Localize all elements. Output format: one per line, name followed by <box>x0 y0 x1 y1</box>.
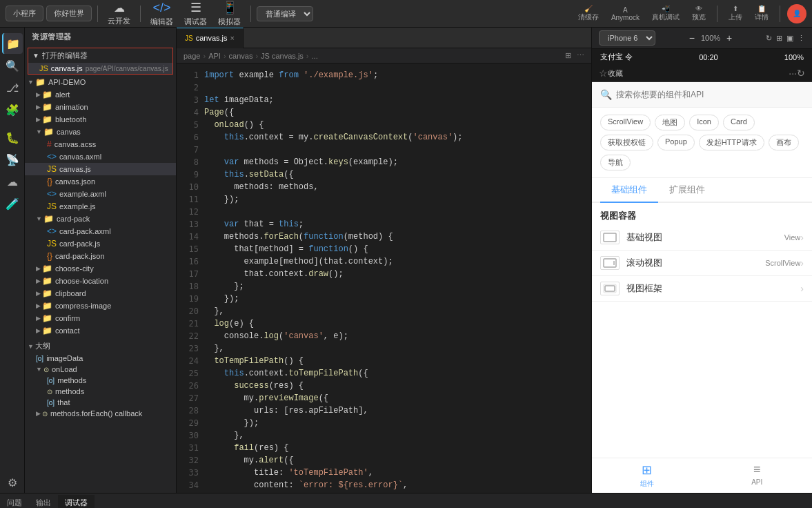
comp-tag-canvas[interactable]: 画布 <box>769 135 799 150</box>
real-test-btn[interactable]: 📲 真机调试 <box>648 3 684 23</box>
open-editors-header[interactable]: ▼ 打开的编辑器 <box>28 48 172 63</box>
zoom-out-btn[interactable]: − <box>687 32 697 43</box>
tree-item-animation[interactable]: ▶ 📁 animation <box>25 101 176 113</box>
tree-item-contact[interactable]: ▶ 📁 contact <box>25 324 176 337</box>
simulator-more-btn[interactable]: ⋮ <box>798 34 805 43</box>
output-tab[interactable]: 输出 <box>29 495 58 509</box>
comp-item-swiper[interactable]: 视图框架 › <box>592 276 812 302</box>
sidebar-icon-extensions[interactable]: 🧩 <box>2 99 23 120</box>
comp-item-view[interactable]: 基础视图 View › <box>592 225 812 251</box>
user-btn[interactable]: 你好世界 <box>46 6 92 21</box>
axml-icon: <> <box>47 152 57 162</box>
editor-tab-canvas-js[interactable]: JS canvas.js × <box>177 28 244 48</box>
grid-view-btn[interactable]: ⊞ <box>776 34 782 43</box>
comp-tag-icon[interactable]: Icon <box>689 115 719 130</box>
comp-tag-popup[interactable]: Popup <box>657 135 695 150</box>
tree-item-canvas-json[interactable]: {} canvas.json <box>25 175 176 188</box>
debugger-mode-btn[interactable]: ☰ 调试器 <box>180 0 211 30</box>
detail-btn[interactable]: 📋 详情 <box>751 3 773 23</box>
outline-that[interactable]: [o] that <box>25 397 176 408</box>
comp-tag-map[interactable]: 地图 <box>655 115 685 130</box>
tree-item-alert[interactable]: ▶ 📁 alert <box>25 88 176 101</box>
avatar[interactable]: 👤 <box>787 4 806 23</box>
zoom-in-btn[interactable]: + <box>724 32 734 43</box>
outline-header[interactable]: ▼ 大纲 <box>25 340 176 353</box>
device-frame-btn[interactable]: ▣ <box>786 34 793 43</box>
debugger-tab[interactable]: 调试器 <box>58 495 95 509</box>
comp-tag-scrollview[interactable]: ScrollView <box>600 115 651 130</box>
phone-menu-icon[interactable]: ··· <box>789 68 797 79</box>
outline-methods-foreach[interactable]: ▶ ⊙ methods.forEach() callback <box>25 408 176 419</box>
tree-arrow: ▶ <box>36 265 41 272</box>
outline-methods-var[interactable]: [o] methods <box>25 375 176 386</box>
sidebar-icon-cloud[interactable]: ☁ <box>2 171 23 192</box>
tree-item-card-pack-js[interactable]: JS card-pack.js <box>25 237 176 250</box>
clean-cache-btn[interactable]: 🧹 清缓存 <box>574 3 603 23</box>
sidebar-icon-debug[interactable]: 🐛 <box>2 127 23 148</box>
tree-label: clipboard <box>55 289 86 297</box>
sidebar-icon-test[interactable]: 🧪 <box>2 193 23 214</box>
sidebar-icon-settings[interactable]: ⚙ <box>2 472 23 493</box>
comp-tab-basic[interactable]: 基础组件 <box>600 178 658 203</box>
api-demo-root[interactable]: ▼ 📁 API-DEMO <box>25 76 176 88</box>
tab-close-btn[interactable]: × <box>230 34 235 42</box>
comp-tag-auth[interactable]: 获取授权链 <box>600 135 653 150</box>
sidebar-icon-api[interactable]: 📡 <box>2 149 23 170</box>
cloud-dev-btn[interactable]: ☁ 云开发 <box>103 0 135 29</box>
tree-item-compress-image[interactable]: ▶ 📁 compress-image <box>25 300 176 312</box>
bookmark-icon[interactable]: ☆ <box>599 68 608 79</box>
folder-icon: 📁 <box>42 289 52 298</box>
tree-item-canvas-acss[interactable]: # canvas.acss <box>25 138 176 150</box>
tree-item-canvas[interactable]: ▼ 📁 canvas <box>25 126 176 138</box>
json-icon: {} <box>47 251 52 261</box>
comp-tab-extended[interactable]: 扩展组件 <box>658 178 716 203</box>
tree-item-confirm[interactable]: ▶ 📁 confirm <box>25 312 176 324</box>
tree-item-example-js[interactable]: JS example.js <box>25 200 176 213</box>
tree-item-canvas-axml[interactable]: <> canvas.axml <box>25 150 176 163</box>
outline-onLoad[interactable]: ▼ ⊙ onLoad <box>25 364 176 375</box>
tree-item-choose-city[interactable]: ▶ 📁 choose-city <box>25 262 176 275</box>
refresh-simulator-btn[interactable]: ↻ <box>766 34 772 43</box>
code-area[interactable]: import example from './example.js'; let … <box>204 63 591 493</box>
tree-item-canvas-js[interactable]: JS canvas.js <box>25 163 176 175</box>
comp-tag-card[interactable]: Card <box>723 115 755 130</box>
outline-imageData[interactable]: [o] imageData <box>25 353 176 364</box>
comp-item-scrollview[interactable]: 滚动视图 ScrollView › <box>592 251 812 276</box>
preview-btn[interactable]: 👁 预览 <box>688 3 710 23</box>
tree-arrow: ▶ <box>36 315 41 322</box>
comp-search-input[interactable] <box>616 90 804 99</box>
device-select[interactable]: iPhone 6 <box>599 30 655 46</box>
sidebar-icon-search[interactable]: 🔍 <box>2 55 23 76</box>
tree-item-example-axml[interactable]: <> example.axml <box>25 188 176 200</box>
phone-refresh-icon[interactable]: ↻ <box>797 68 805 79</box>
comp-search-bar: 🔍 <box>592 82 812 108</box>
compile-mode-select[interactable]: 普通编译 <box>257 6 313 21</box>
sidebar-icon-git[interactable]: ⎇ <box>2 77 23 98</box>
simulator-mode-btn[interactable]: 📱 模拟器 <box>214 0 245 30</box>
tree-item-card-pack[interactable]: ▼ 📁 card-pack <box>25 213 176 225</box>
problems-tab[interactable]: 问题 <box>0 495 29 509</box>
sidebar-icon-files[interactable]: 📁 <box>2 33 23 54</box>
tree-item-clipboard[interactable]: ▶ 📁 clipboard <box>25 287 176 300</box>
comp-bottom-tab-component[interactable]: ⊞ 组件 <box>592 458 702 493</box>
split-editor-btn[interactable]: ⊞ <box>565 51 571 60</box>
tree-item-card-pack-axml[interactable]: <> card-pack.axml <box>25 225 176 237</box>
breadcrumb-api: API <box>208 52 221 60</box>
tree-item-choose-location[interactable]: ▶ 📁 choose-location <box>25 275 176 287</box>
js-icon: JS <box>47 202 57 211</box>
phone-toolbar: ☆ 收藏 ··· ↻ <box>592 65 812 82</box>
open-file-item[interactable]: JS canvas.js page/API/canvas/canvas.js <box>28 63 172 74</box>
comp-bottom-tab-api[interactable]: ≡ API <box>702 458 813 493</box>
tree-label: choose-location <box>55 277 108 285</box>
outline-methods-fn[interactable]: ⊙ methods <box>25 386 176 397</box>
upload-btn[interactable]: ⬆ 上传 <box>724 3 746 23</box>
comp-tag-nav[interactable]: 导航 <box>600 155 631 170</box>
tree-item-card-pack-json[interactable]: {} card-pack.json <box>25 250 176 262</box>
app-name-btn[interactable]: 小程序 <box>6 6 43 21</box>
anymock-btn[interactable]: A Anymock <box>607 5 644 23</box>
more-actions-btn[interactable]: ⋯ <box>577 51 584 60</box>
comp-tag-http[interactable]: 发起HTTP请求 <box>699 135 764 150</box>
editor-mode-btn[interactable]: </> 编辑器 <box>146 0 177 30</box>
tree-label: card-pack.json <box>55 252 105 260</box>
tree-item-bluetooth[interactable]: ▶ 📁 bluetooth <box>25 113 176 126</box>
